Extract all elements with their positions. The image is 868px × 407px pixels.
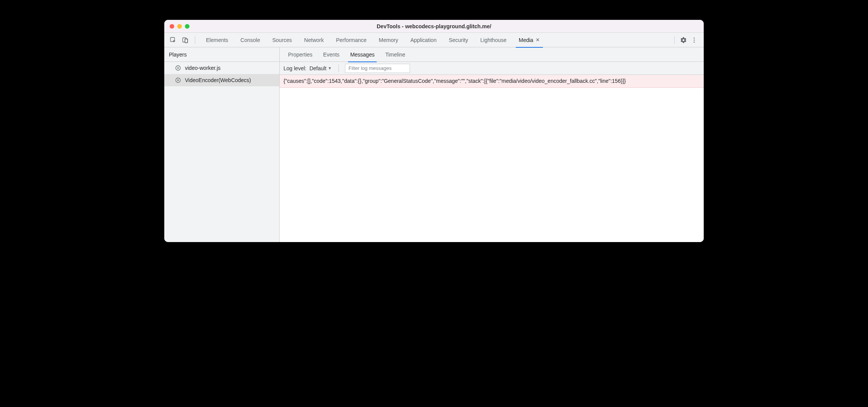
sub-tabs: Properties Events Messages Timeline xyxy=(280,47,704,62)
svg-point-6 xyxy=(694,41,695,42)
subtab-timeline[interactable]: Timeline xyxy=(380,47,410,62)
player-item[interactable]: video-worker.js xyxy=(164,62,279,74)
player-label: VideoEncoder(WebCodecs) xyxy=(185,77,251,83)
tab-application[interactable]: Application xyxy=(404,33,443,47)
players-list: video-worker.js VideoEncoder(WebCodecs) xyxy=(164,62,279,86)
tab-performance[interactable]: Performance xyxy=(330,33,372,47)
player-item[interactable]: VideoEncoder(WebCodecs) xyxy=(164,74,279,86)
inspect-element-icon[interactable] xyxy=(169,36,177,44)
messages-toolbar: Log level: Default ▼ xyxy=(280,62,704,75)
tab-label: Application xyxy=(410,37,437,43)
content-panel: Properties Events Messages Timeline Log … xyxy=(280,47,704,242)
log-message-text: {"causes":[],"code":1543,"data":{},"grou… xyxy=(283,78,626,84)
tab-label: Memory xyxy=(379,37,398,43)
tab-label: Console xyxy=(240,37,260,43)
log-level-label: Log level: xyxy=(283,65,306,71)
subtab-properties[interactable]: Properties xyxy=(283,47,318,62)
toolbar-left xyxy=(167,36,193,44)
tab-security[interactable]: Security xyxy=(443,33,474,47)
log-message-error[interactable]: {"causes":[],"code":1543,"data":{},"grou… xyxy=(280,75,704,88)
sidebar-header: Players xyxy=(164,47,279,62)
toolbar-divider xyxy=(674,36,675,44)
chevron-down-icon: ▼ xyxy=(328,66,332,70)
tab-label: Lighthouse xyxy=(480,37,507,43)
tab-memory[interactable]: Memory xyxy=(373,33,405,47)
toolbar-divider xyxy=(195,36,195,44)
device-toolbar-icon[interactable] xyxy=(181,36,189,44)
player-label: video-worker.js xyxy=(185,65,220,71)
log-level-value: Default xyxy=(309,65,326,71)
svg-rect-2 xyxy=(185,39,188,43)
tab-sources[interactable]: Sources xyxy=(266,33,298,47)
toolbar-right xyxy=(672,36,701,44)
log-level-control: Log level: Default ▼ xyxy=(283,65,332,72)
log-level-select[interactable]: Default ▼ xyxy=(309,65,332,72)
tab-label: Media xyxy=(519,37,533,43)
titlebar: DevTools - webcodecs-playground.glitch.m… xyxy=(164,20,704,33)
tab-label: Network xyxy=(304,37,324,43)
subtab-label: Timeline xyxy=(385,52,405,58)
gear-icon[interactable] xyxy=(679,36,688,44)
tab-label: Security xyxy=(449,37,468,43)
subtab-messages[interactable]: Messages xyxy=(345,47,380,62)
tab-label: Performance xyxy=(336,37,366,43)
subtab-label: Properties xyxy=(288,52,313,58)
tab-media[interactable]: Media ✕ xyxy=(513,33,546,47)
tab-network[interactable]: Network xyxy=(298,33,330,47)
main-tabstrip: Elements Console Sources Network Perform… xyxy=(164,33,704,47)
play-icon xyxy=(175,77,181,83)
toolbar-divider xyxy=(338,65,339,72)
main-tabs: Elements Console Sources Network Perform… xyxy=(200,33,672,47)
filter-input[interactable] xyxy=(345,64,410,73)
window-title: DevTools - webcodecs-playground.glitch.m… xyxy=(164,23,704,29)
svg-point-5 xyxy=(694,39,695,40)
tab-console[interactable]: Console xyxy=(234,33,266,47)
subtab-events[interactable]: Events xyxy=(318,47,345,62)
panel-body: Players video-worker.js xyxy=(164,47,704,242)
svg-point-4 xyxy=(694,37,695,39)
close-icon[interactable]: ✕ xyxy=(536,37,540,42)
tab-lighthouse[interactable]: Lighthouse xyxy=(474,33,513,47)
subtab-label: Messages xyxy=(350,52,375,58)
tab-label: Sources xyxy=(272,37,292,43)
subtab-label: Events xyxy=(323,52,340,58)
players-sidebar: Players video-worker.js xyxy=(164,47,280,242)
devtools-window: DevTools - webcodecs-playground.glitch.m… xyxy=(164,20,704,242)
tab-elements[interactable]: Elements xyxy=(200,33,234,47)
tab-label: Elements xyxy=(206,37,228,43)
kebab-menu-icon[interactable] xyxy=(690,36,698,44)
messages-list: {"causes":[],"code":1543,"data":{},"grou… xyxy=(280,75,704,242)
play-icon xyxy=(175,65,181,71)
